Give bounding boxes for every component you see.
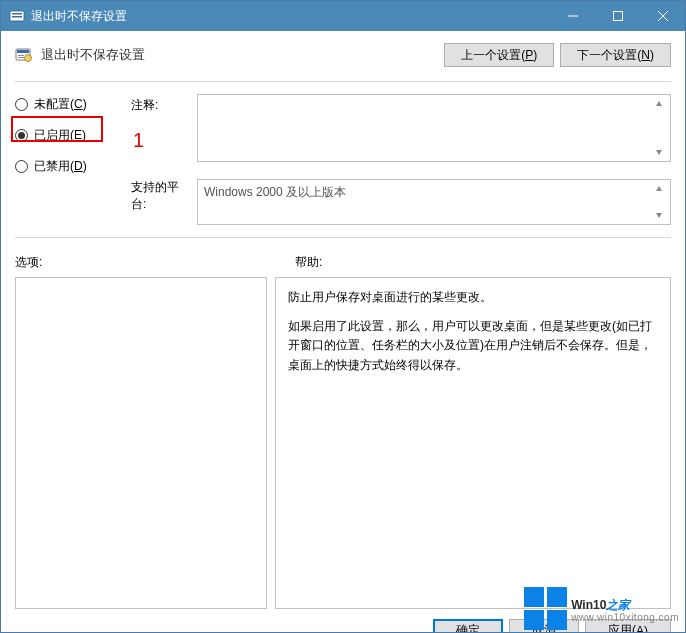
radio-enabled[interactable]: 已启用(E) xyxy=(15,127,125,144)
maximize-button[interactable] xyxy=(595,1,640,31)
supported-platform-textarea[interactable]: Windows 2000 及以上版本 xyxy=(197,179,671,225)
options-label: 选项: xyxy=(15,254,295,271)
policy-icon xyxy=(15,46,33,64)
header-row: 退出时不保存设置 上一个设置(P) 下一个设置(N) xyxy=(15,43,671,67)
options-pane xyxy=(15,277,267,609)
radio-disabled[interactable]: 已禁用(D) xyxy=(15,158,125,175)
svg-point-8 xyxy=(25,55,32,62)
watermark-brand: Win10之家 xyxy=(571,593,679,613)
comment-label: 注释: xyxy=(131,94,191,116)
divider xyxy=(15,237,671,238)
policy-icon xyxy=(9,8,25,24)
window-title: 退出时不保存设置 xyxy=(31,8,550,25)
scroll-up-icon[interactable] xyxy=(652,182,666,196)
svg-rect-7 xyxy=(18,57,24,58)
svg-rect-2 xyxy=(12,16,22,18)
radio-icon xyxy=(15,160,28,173)
help-paragraph: 防止用户保存对桌面进行的某些更改。 xyxy=(288,288,658,307)
watermark-url: www.win10xitong.com xyxy=(571,613,679,624)
help-paragraph: 如果启用了此设置，那么，用户可以更改桌面，但是某些更改(如已打开窗口的位置、任务… xyxy=(288,317,658,375)
label-column: 注释: xyxy=(131,94,191,116)
windows-logo-icon xyxy=(524,587,567,630)
svg-rect-1 xyxy=(12,13,22,15)
watermark: Win10之家 www.win10xitong.com xyxy=(524,587,679,630)
help-pane: 防止用户保存对桌面进行的某些更改。 如果启用了此设置，那么，用户可以更改桌面，但… xyxy=(275,277,671,609)
next-setting-button[interactable]: 下一个设置(N) xyxy=(560,43,671,67)
svg-rect-5 xyxy=(17,50,29,53)
supported-platform-value: Windows 2000 及以上版本 xyxy=(204,185,346,199)
state-radio-group: 未配置(C) 已启用(E) 已禁用(D) xyxy=(15,94,125,175)
scroll-up-icon[interactable] xyxy=(652,97,666,111)
radio-icon xyxy=(15,129,28,142)
previous-setting-button[interactable]: 上一个设置(P) xyxy=(444,43,554,67)
supported-platform-label: 支持的平台: xyxy=(131,179,191,213)
page-title: 退出时不保存设置 xyxy=(41,46,438,64)
radio-icon xyxy=(15,98,28,111)
scroll-down-icon[interactable] xyxy=(652,145,666,159)
svg-rect-6 xyxy=(18,55,24,56)
scroll-down-icon[interactable] xyxy=(652,208,666,222)
divider xyxy=(15,81,671,82)
svg-rect-3 xyxy=(613,12,622,21)
comment-textarea[interactable] xyxy=(197,94,671,162)
close-button[interactable] xyxy=(640,1,685,31)
radio-not-configured[interactable]: 未配置(C) xyxy=(15,96,125,113)
minimize-button[interactable] xyxy=(550,1,595,31)
help-label: 帮助: xyxy=(295,254,671,271)
ok-button[interactable]: 确定 xyxy=(433,619,503,633)
titlebar: 退出时不保存设置 xyxy=(1,1,685,31)
